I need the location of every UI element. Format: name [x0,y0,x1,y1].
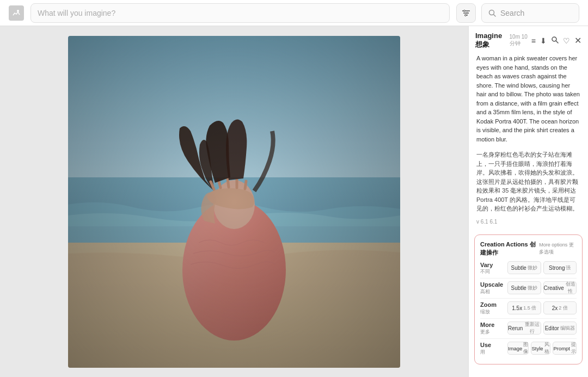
logo [9,5,24,21]
svg-line-24 [556,41,558,43]
svg-rect-0 [12,9,21,17]
ca-more-options[interactable]: More options 更多选项 [539,242,577,256]
panel-time: 10m 10 分钟 [510,34,531,47]
download-icon[interactable]: ⬇ [540,36,547,45]
svg-point-5 [464,10,465,11]
svg-line-9 [494,14,496,16]
filter-button[interactable] [456,3,476,23]
vary-subtle-button[interactable]: Subtle 微妙 [507,261,541,274]
vary-row: Vary 不同 Subtle 微妙 Strong 强 [480,261,577,275]
svg-rect-22 [68,36,400,368]
search-panel-icon[interactable] [551,36,559,45]
heart-icon[interactable]: ♡ [563,36,570,45]
close-icon[interactable]: ✕ [574,35,581,46]
svg-point-6 [467,12,468,14]
zoom-label: Zoom 缩放 [480,301,505,315]
editor-button[interactable]: Editor 编辑器 [543,322,577,335]
ca-header: Creation Actions 创建操作 More options 更多选项 [480,240,577,257]
panel-title: Imagine 想象 [475,32,506,50]
main-search-input[interactable]: What will you imagine? [30,3,450,23]
upscale-subtle-button[interactable]: Subtle 微妙 [507,281,541,294]
search-placeholder-text: What will you imagine? [38,9,115,17]
upscale-row: Upscale 高相 Subtle 微妙 Creative 创造性 [480,281,577,295]
use-prompt-button[interactable]: Prompt 提示 [553,342,577,355]
more-row: More 更多 Rerun 重新运行 Editor 编辑器 [480,321,577,335]
right-panel: Imagine 想象 10m 10 分钟 ≡ ⬇ ♡ ✕ A woman in … [468,26,588,377]
main-image [68,36,400,368]
search-label: Search [500,9,524,17]
svg-point-7 [465,14,467,16]
menu-icon[interactable]: ≡ [531,36,536,45]
more-label: More 更多 [480,321,505,335]
use-style-button[interactable]: Style 风格 [531,342,550,355]
use-label: Use 用 [480,341,505,355]
zoom-2x-button[interactable]: 2x 2 倍 [543,301,577,314]
right-search-box[interactable]: Search [481,3,579,23]
vary-strong-button[interactable]: Strong 强 [543,261,577,274]
use-image-button[interactable]: Image 图像 [507,342,529,355]
main-area: Imagine 想象 10m 10 分钟 ≡ ⬇ ♡ ✕ A woman in … [0,26,588,377]
ca-title: Creation Actions 创建操作 [480,240,536,257]
use-row: Use 用 Image 图像 Style 风格 Prompt 提示 [480,341,577,355]
description-cn: 一名身穿粉红色毛衣的女子站在海滩上，一只手捂住眼睛，海浪拍打着海岸。风吹拂着，吹… [469,148,588,218]
upscale-label: Upscale 高相 [480,281,505,295]
image-panel [0,26,468,377]
zoom-row: Zoom 缩放 1.5x 1.5 倍 2x 2 倍 [480,301,577,315]
zoom-1-5x-button[interactable]: 1.5x 1.5 倍 [507,301,541,314]
rerun-button[interactable]: Rerun 重新运行 [507,322,541,335]
topbar-right-section: Search [456,3,579,23]
svg-point-1 [17,10,19,12]
vary-label: Vary 不同 [480,261,505,275]
creation-actions-panel: Creation Actions 创建操作 More options 更多选项 … [474,234,583,365]
version-tag: v 6.1 6.1 [469,218,588,230]
upscale-creative-button[interactable]: Creative 创造性 [543,281,577,294]
topbar: What will you imagine? Search [0,0,588,26]
description-en: A woman in a pink sweater covers her eye… [469,52,588,148]
